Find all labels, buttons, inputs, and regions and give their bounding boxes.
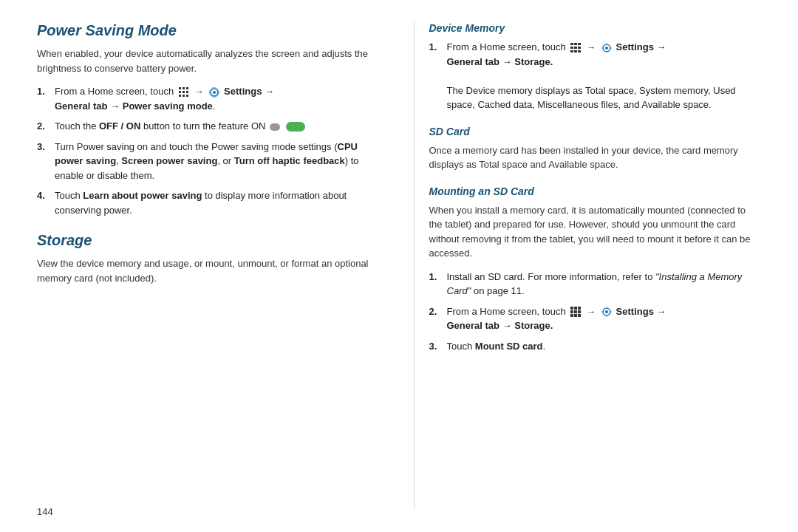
list-item: 2. Touch the OFF / ON button to turn the… xyxy=(37,119,369,134)
memory-card-ref: "Installing a Memory Card" xyxy=(447,271,743,297)
page-number: 144 xyxy=(37,506,53,517)
list-item: 1. From a Home screen, touch → xyxy=(37,84,369,113)
step-number: 1. xyxy=(429,270,443,299)
toggle-on-indicator xyxy=(286,122,305,132)
haptic-label: Turn off haptic feedback xyxy=(234,155,345,166)
mounting-sd-intro: When you install a memory card, it is au… xyxy=(429,203,762,261)
svg-point-1 xyxy=(213,90,216,93)
arrow-icon: → xyxy=(195,86,204,97)
step-content: Install an SD card. For more information… xyxy=(447,270,762,299)
power-saving-steps: 1. From a Home screen, touch → xyxy=(37,84,369,217)
step-content: From a Home screen, touch → xyxy=(447,40,762,112)
device-memory-section: Device Memory 1. From a Home screen, tou… xyxy=(429,22,762,112)
power-saving-section: Power Saving Mode When enabled, your dev… xyxy=(37,22,369,217)
settings-label: Settings → xyxy=(224,86,274,97)
list-item: 3. Turn Power saving on and touch the Po… xyxy=(37,140,369,183)
storage-title: Storage xyxy=(37,232,369,249)
toggle-off-indicator xyxy=(270,123,280,131)
svg-point-8 xyxy=(605,46,608,49)
mounting-sd-steps: 1. Install an SD card. For more informat… xyxy=(429,270,762,354)
device-memory-title: Device Memory xyxy=(429,22,762,34)
svg-point-14 xyxy=(605,310,608,313)
step-number: 1. xyxy=(429,40,443,112)
general-tab-storage-2: General tab → Storage. xyxy=(447,320,553,331)
step-number: 3. xyxy=(429,339,443,354)
storage-intro: View the device memory and usage, or mou… xyxy=(37,256,369,285)
settings-label-2: Settings → xyxy=(616,306,666,317)
device-memory-steps: 1. From a Home screen, touch → xyxy=(429,40,762,112)
step-number: 2. xyxy=(37,119,50,134)
grid-icon xyxy=(570,307,581,317)
general-tab-storage: General tab → Storage. xyxy=(447,56,553,67)
list-item: 1. From a Home screen, touch → xyxy=(429,40,762,112)
step-content: Turn Power saving on and touch the Power… xyxy=(55,140,369,183)
step-number: 1. xyxy=(37,84,50,113)
step1-detail: General tab → Power saving mode xyxy=(55,100,213,112)
list-item: 3. Touch Mount SD card. xyxy=(429,339,762,354)
arrow-icon: → xyxy=(587,42,596,52)
storage-section: Storage View the device memory and usage… xyxy=(37,232,369,285)
mount-sd-label: Mount SD card xyxy=(475,341,543,352)
grid-icon xyxy=(570,43,581,53)
left-column: Power Saving Mode When enabled, your dev… xyxy=(37,22,384,510)
sd-card-desc: Once a memory card has been installed in… xyxy=(429,143,762,172)
sd-card-title: SD Card xyxy=(429,126,762,137)
device-memory-desc: The Device memory displays as Total spac… xyxy=(447,85,736,111)
mounting-sd-section: Mounting an SD Card When you install a m… xyxy=(429,185,762,354)
step-content: From a Home screen, touch → xyxy=(55,84,369,113)
list-item: 4. Touch Learn about power saving to dis… xyxy=(37,188,369,217)
step-content: Touch Learn about power saving to displa… xyxy=(55,188,369,217)
settings-label: Settings → xyxy=(616,41,666,52)
step-number: 3. xyxy=(37,140,50,183)
arrow-icon: → xyxy=(587,307,596,317)
power-saving-title: Power Saving Mode xyxy=(37,22,369,39)
list-item: 2. From a Home screen, touch → xyxy=(429,304,762,333)
settings-icon xyxy=(601,43,612,53)
step-number: 4. xyxy=(37,188,50,217)
list-item: 1. Install an SD card. For more informat… xyxy=(429,270,762,299)
off-on-label: OFF / ON xyxy=(99,120,140,132)
screen-label: Screen power saving xyxy=(121,155,217,166)
step-content: From a Home screen, touch → xyxy=(447,304,762,333)
settings-icon xyxy=(209,87,219,98)
grid-icon xyxy=(179,87,189,98)
settings-icon xyxy=(601,307,612,317)
step-content: Touch Mount SD card. xyxy=(447,339,762,354)
step-number: 2. xyxy=(429,304,443,333)
sd-card-section: SD Card Once a memory card has been inst… xyxy=(429,126,762,172)
learn-label: Learn about power saving xyxy=(83,190,202,201)
step-content: Touch the OFF / ON button to turn the fe… xyxy=(55,119,369,134)
power-saving-intro: When enabled, your device automatically … xyxy=(37,47,369,75)
right-column: Device Memory 1. From a Home screen, tou… xyxy=(414,22,762,510)
mounting-sd-title: Mounting an SD Card xyxy=(429,185,762,197)
